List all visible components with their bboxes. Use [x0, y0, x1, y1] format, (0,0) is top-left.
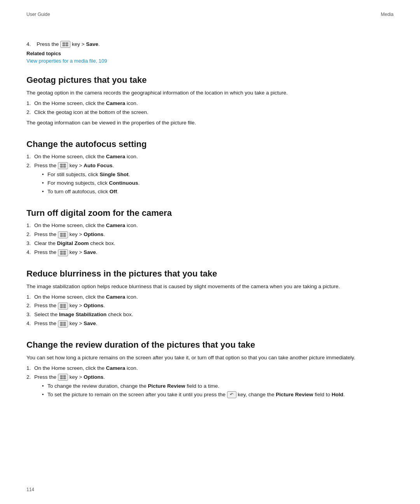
svg-rect-14 [60, 253, 63, 254]
autofocus-bullets: For still subjects, click Single Shot. F… [26, 171, 394, 196]
svg-rect-25 [63, 375, 66, 377]
svg-rect-5 [63, 164, 66, 166]
page-footer: 114 [26, 487, 34, 492]
svg-rect-13 [63, 251, 66, 252]
step-num: 1. [26, 153, 31, 161]
bb-key-icon [58, 374, 68, 381]
svg-rect-21 [63, 322, 66, 324]
list-item: To turn off autofocus, click Off. [42, 188, 394, 196]
svg-rect-22 [60, 324, 63, 326]
section-heading-digital-zoom: Turn off digital zoom for the camera [26, 208, 394, 219]
step-num: 1. [26, 100, 31, 108]
list-item: 1. On the Home screen, click the Camera … [26, 153, 394, 161]
step-num: 1. [26, 222, 31, 230]
svg-rect-12 [60, 251, 63, 252]
page-header: User Guide Media [26, 12, 394, 17]
step4-suffix: key > [72, 41, 86, 47]
svg-rect-24 [60, 375, 63, 377]
step-num: 2. [26, 302, 31, 310]
section-heading-autofocus: Change the autofocus setting [26, 139, 394, 150]
bb-key-icon [58, 303, 68, 310]
svg-rect-1 [66, 43, 68, 44]
section-heading-review-duration: Change the review duration of the pictur… [26, 340, 394, 351]
bb-key-icon [58, 249, 68, 256]
svg-rect-27 [63, 378, 66, 379]
related-topics-label: Related topics [26, 51, 394, 56]
list-item: 1. On the Home screen, click the Camera … [26, 293, 394, 301]
step-num: 3. [26, 240, 31, 248]
section-autofocus: Change the autofocus setting 1. On the H… [26, 139, 394, 196]
section-heading-blurriness: Reduce blurriness in the pictures that y… [26, 268, 394, 280]
digital-zoom-steps: 1. On the Home screen, click the Camera … [26, 222, 394, 257]
step4-key-icon [60, 41, 72, 47]
list-item: 3. Clear the Digital Zoom check box. [26, 240, 394, 248]
section-geotag: Geotag pictures that you take The geotag… [26, 75, 394, 127]
review-duration-intro: You can set how long a picture remains o… [26, 354, 394, 362]
section-heading-geotag: Geotag pictures that you take [26, 75, 394, 86]
geotag-outro: The geotag information can be viewed in … [26, 119, 394, 127]
list-item: 1. On the Home screen, click the Camera … [26, 222, 394, 230]
svg-rect-7 [63, 166, 66, 168]
review-duration-steps: 1. On the Home screen, click the Camera … [26, 364, 394, 382]
related-topics: Related topics View properties for a med… [26, 51, 394, 64]
geotag-intro: The geotag option in the camera records … [26, 89, 394, 97]
svg-rect-23 [63, 324, 66, 326]
list-item: 2. Press the key > Auto Focus. [26, 162, 394, 170]
svg-rect-2 [63, 45, 65, 46]
section-blurriness: Reduce blurriness in the pictures that y… [26, 268, 394, 328]
list-item: 1. On the Home screen, click the Camera … [26, 364, 394, 373]
review-duration-bullets: To change the review duration, change th… [26, 382, 394, 399]
section-review-duration: Change the review duration of the pictur… [26, 340, 394, 399]
blurriness-steps: 1. On the Home screen, click the Camera … [26, 293, 394, 328]
step-num: 2. [26, 373, 31, 382]
step-num: 1. [26, 293, 31, 301]
list-item: For still subjects, click Single Shot. [42, 171, 394, 179]
bb-key-icon [58, 231, 68, 238]
intro-step-4: 4. Press the key > Save. [26, 40, 394, 48]
header-right: Media [381, 12, 394, 17]
svg-rect-8 [60, 233, 63, 234]
step-num: 4. [26, 248, 31, 257]
header-left: User Guide [26, 12, 50, 17]
list-item: 4. Press the key > Save. [26, 248, 394, 257]
list-item: For moving subjects, click Continuous. [42, 179, 394, 187]
list-item: To set the picture to remain on the scre… [42, 391, 394, 399]
svg-rect-17 [63, 304, 66, 306]
step4-num: 4. [26, 41, 31, 47]
svg-rect-9 [63, 233, 66, 234]
step-num: 2. [26, 108, 31, 117]
svg-rect-0 [63, 43, 65, 44]
svg-rect-6 [60, 166, 63, 168]
autofocus-steps: 1. On the Home screen, click the Camera … [26, 153, 394, 170]
bb-key-icon [58, 162, 68, 169]
svg-rect-26 [60, 378, 63, 379]
step4-action: Save [86, 41, 98, 47]
list-item: 2. Click the geotag icon at the bottom o… [26, 108, 394, 117]
step4-text: Press the [37, 41, 59, 47]
svg-rect-10 [60, 235, 63, 236]
related-link[interactable]: View properties for a media file, 109 [26, 58, 107, 64]
list-item: To change the review duration, change th… [42, 382, 394, 390]
step-num: 2. [26, 162, 31, 170]
list-item: 2. Press the key > Options. [26, 373, 394, 382]
section-digital-zoom: Turn off digital zoom for the camera 1. … [26, 208, 394, 257]
svg-rect-20 [60, 322, 63, 324]
back-key-icon: ↶ [227, 391, 236, 398]
svg-rect-4 [60, 164, 63, 166]
geotag-steps: 1. On the Home screen, click the Camera … [26, 100, 394, 117]
svg-rect-18 [60, 306, 63, 308]
list-item: 4. Press the key > Save. [26, 320, 394, 328]
svg-rect-3 [66, 45, 68, 46]
list-item: 2. Press the key > Options. [26, 302, 394, 310]
svg-rect-19 [63, 306, 66, 308]
step-num: 4. [26, 320, 31, 328]
step-num: 2. [26, 231, 31, 239]
svg-rect-11 [63, 235, 66, 236]
page-container: User Guide Media 4. Press the key > Save… [0, 0, 420, 504]
svg-rect-15 [63, 253, 66, 254]
step-num: 1. [26, 364, 31, 373]
blurriness-intro: The image stabilization option helps red… [26, 283, 394, 291]
list-item: 1. On the Home screen, click the Camera … [26, 100, 394, 108]
step-num: 3. [26, 311, 31, 319]
list-item: 3. Select the Image Stabilization check … [26, 311, 394, 319]
